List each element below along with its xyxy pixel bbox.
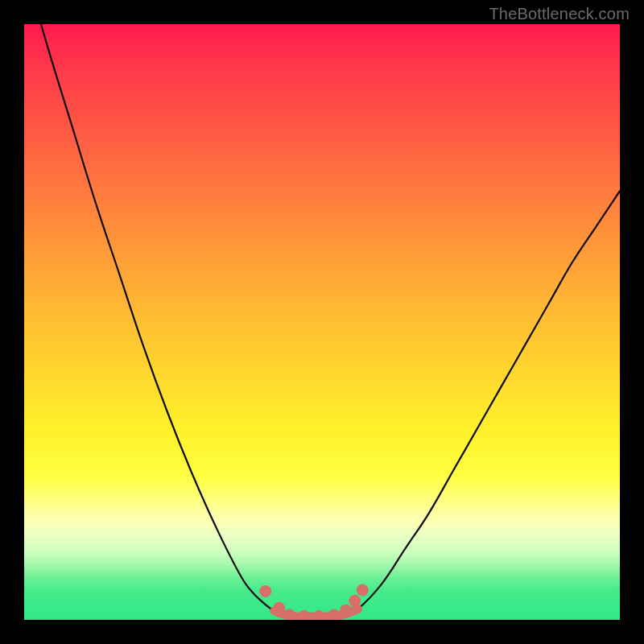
chart-stage: TheBottleneck.com	[0, 0, 644, 644]
curve-svg	[24, 24, 620, 620]
marker-left-knee-upper	[259, 585, 271, 597]
attribution-text: TheBottleneck.com	[489, 5, 630, 23]
bottleneck-curve	[24, 24, 620, 617]
plot-area	[24, 24, 620, 620]
marker-left-knee-lower	[273, 602, 285, 614]
marker-floor-b	[298, 610, 310, 620]
marker-right-knee-b	[349, 595, 361, 607]
marker-floor-c	[313, 610, 325, 620]
marker-right-knee-c	[357, 584, 369, 597]
marker-floor-d	[328, 609, 340, 620]
marker-right-knee-a	[340, 605, 352, 617]
